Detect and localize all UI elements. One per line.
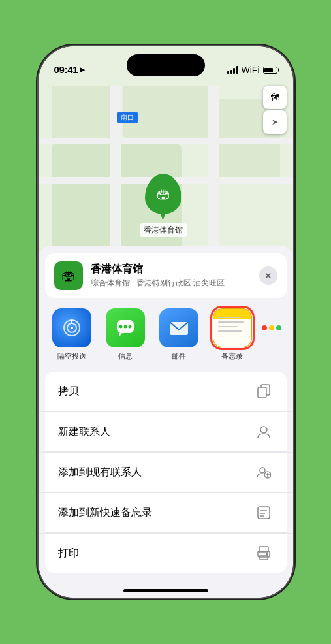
- action-print[interactable]: 打印: [45, 534, 287, 573]
- more-dot-yellow: [269, 325, 274, 330]
- new-contact-icon: [254, 422, 274, 442]
- print-label: 打印: [58, 547, 79, 560]
- pin-icon-bg: 🏟: [145, 174, 181, 214]
- notes-icon: [213, 308, 252, 347]
- status-time: 09:41: [54, 64, 78, 75]
- svg-point-2: [71, 327, 73, 329]
- location-name: 香港体育馆: [91, 263, 277, 276]
- airdrop-icon: [52, 308, 91, 347]
- action-new-contact[interactable]: 新建联系人: [45, 412, 287, 452]
- add-existing-contact-icon: [254, 462, 274, 482]
- copy-icon: [254, 381, 274, 401]
- map-entrance-label: 南口: [117, 112, 138, 123]
- svg-point-6: [119, 325, 122, 329]
- map-road: [39, 138, 293, 144]
- svg-rect-17: [258, 507, 270, 519]
- svg-marker-5: [119, 333, 122, 336]
- location-venue-icon: 🏟: [54, 261, 83, 290]
- svg-point-13: [260, 468, 265, 473]
- more-apps-button[interactable]: [262, 308, 287, 347]
- location-card: 🏟 香港体育馆 综合体育馆 · 香港特别行政区 油尖旺区 ✕: [45, 253, 287, 298]
- share-apps-row: 隔空投送 信息: [39, 303, 293, 366]
- action-quick-note[interactable]: 添加到新快速备忘录: [45, 493, 287, 533]
- location-info: 香港体育馆 综合体育馆 · 香港特别行政区 油尖旺区: [91, 263, 277, 289]
- svg-point-24: [266, 553, 267, 555]
- dynamic-island: [127, 54, 205, 76]
- location-icon: ▶: [80, 65, 85, 74]
- messages-icon: [106, 308, 145, 347]
- new-contact-label: 新建联系人: [58, 425, 110, 439]
- battery-icon: [263, 67, 277, 74]
- notes-label: 备忘录: [221, 351, 243, 361]
- app-item-messages[interactable]: 信息: [99, 308, 152, 361]
- close-icon: ✕: [264, 271, 272, 281]
- mail-label: 邮件: [172, 351, 186, 361]
- stadium-emoji: 🏟: [156, 185, 170, 202]
- app-item-mail[interactable]: 邮件: [152, 308, 206, 361]
- my-location-button[interactable]: ➤: [263, 110, 287, 134]
- signal-bars: [227, 66, 238, 74]
- app-item-notes[interactable]: 备忘录: [206, 308, 259, 361]
- mail-icon: [159, 308, 198, 347]
- status-icons: WiFi: [227, 65, 277, 75]
- location-arrow-icon: ➤: [272, 118, 278, 127]
- actions-group: 拷贝 新建联系人: [39, 372, 293, 573]
- svg-point-12: [260, 427, 267, 433]
- airdrop-label: 隔空投送: [57, 351, 86, 361]
- app-item-airdrop[interactable]: 隔空投送: [45, 308, 99, 361]
- messages-label: 信息: [118, 351, 133, 361]
- more-dot-green: [276, 325, 281, 330]
- location-subtitle: 综合体育馆 · 香港特别行政区 油尖旺区: [91, 278, 277, 289]
- map-icon: 🗺: [270, 92, 279, 103]
- close-button[interactable]: ✕: [259, 266, 277, 285]
- add-existing-label: 添加到现有联系人: [58, 466, 142, 479]
- svg-rect-11: [258, 387, 266, 398]
- pin-label: 香港体育馆: [140, 223, 187, 237]
- map-view-toggle[interactable]: 🗺: [263, 86, 287, 109]
- location-pin[interactable]: 🏟 香港体育馆: [140, 174, 187, 237]
- quick-note-label: 添加到新快速备忘录: [58, 506, 152, 520]
- quick-note-icon: [254, 503, 274, 523]
- home-indicator: [123, 589, 208, 592]
- print-icon: [254, 543, 274, 563]
- wifi-icon: WiFi: [242, 65, 260, 75]
- share-sheet: 🏟 香港体育馆 综合体育馆 · 香港特别行政区 油尖旺区 ✕: [39, 246, 293, 598]
- svg-point-8: [128, 325, 131, 329]
- action-add-existing-contact[interactable]: 添加到现有联系人: [45, 453, 287, 492]
- action-copy[interactable]: 拷贝: [45, 372, 287, 411]
- map-controls: 🗺 ➤: [263, 86, 287, 134]
- svg-point-7: [123, 325, 127, 329]
- more-dot-red: [262, 325, 267, 330]
- copy-label: 拷贝: [58, 385, 79, 398]
